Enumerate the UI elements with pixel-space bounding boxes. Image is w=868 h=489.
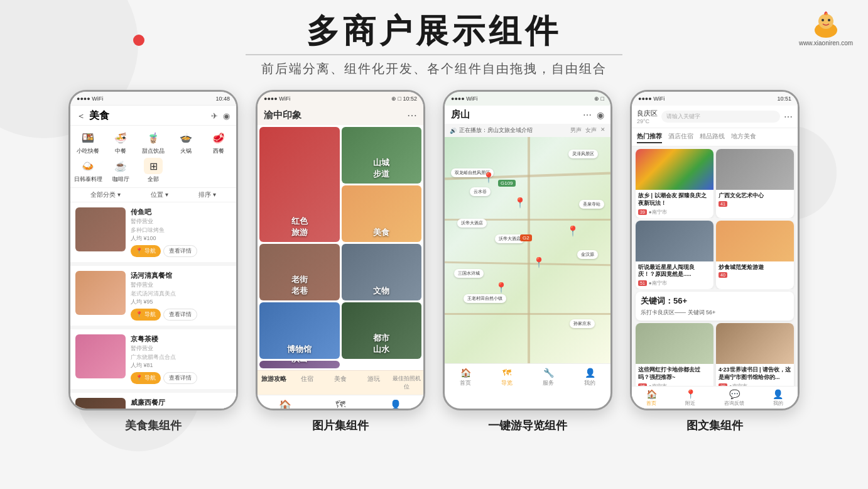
p4-nav-me[interactable]: 👤 我的 — [773, 389, 783, 407]
p1-cat-western[interactable]: 🥩 西餐 — [203, 129, 234, 155]
p1-rest-card-1[interactable]: 传鱼吧 暂停营业 多种口味烤鱼 人均 ¥100 📍 导航 查看详情 — [70, 202, 236, 262]
p4-card-2[interactable]: 广西文化艺术中心 41 — [716, 149, 794, 217]
p3-header: 房山 ⋯ ◉ — [445, 106, 610, 124]
p1-header-icons: ✈ ◉ — [211, 111, 230, 121]
p4-tab-hotel[interactable]: 酒店住宿 — [668, 132, 693, 143]
p2-nav-home[interactable]: 🏠 首页 — [279, 399, 291, 410]
p2-tab-photo[interactable]: 最佳拍照机位 — [390, 373, 423, 392]
p3-map[interactable]: 灵泽风景区 双龙峪自然风景区 云水谷 圣泉寺站 沃帝大酒店 沃帝大酒店 金汉源 … — [445, 137, 610, 363]
p4-tab-route[interactable]: 精品路线 — [700, 132, 725, 143]
p3-nav-tour[interactable]: 🗺 导览 — [501, 368, 513, 387]
p2-tab-food[interactable]: 美食 — [324, 373, 357, 392]
p4-card-3[interactable]: 听说最近星星人闯现良庆！？原因竟然是..... 51 ●南宁市 — [636, 221, 713, 289]
p3-nav-service[interactable]: 🔧 服务 — [543, 368, 554, 387]
p2-cell-mountain-road[interactable]: 山城 步道 — [342, 127, 422, 184]
p3-female-voice[interactable]: 女声 — [585, 126, 597, 135]
p2-cell-museum[interactable]: 博物馆 — [259, 302, 340, 359]
p3-male-voice[interactable]: 男声 — [570, 126, 582, 135]
p1-rest-name-2: 汤河清真餐馆 — [131, 271, 231, 280]
p1-filter-category-label: 全部分类 ▾ — [90, 190, 121, 199]
phone-label-graphic: 图文集组件 — [686, 418, 743, 433]
p1-rest-info-1: 传鱼吧 暂停营业 多种口味烤鱼 人均 ¥100 📍 导航 查看详情 — [131, 207, 231, 257]
p1-filter-location[interactable]: 位置 ▾ — [151, 190, 168, 199]
p3-battery: ⊕ □ — [594, 96, 604, 102]
p1-rest-card-2[interactable]: 汤河清真餐馆 暂停营业 老式汤河清真美点 人均 ¥95 📍 导航 查看详情 — [70, 266, 236, 326]
p4-tab-food[interactable]: 地方美食 — [731, 132, 756, 143]
p4-loc-3: ●南宁市 — [649, 280, 667, 287]
p2-tab-travel[interactable]: 旅游攻略 — [258, 373, 291, 392]
p2-cell-relic[interactable]: 文物 — [342, 244, 422, 300]
p4-badge-4: 40 — [719, 272, 727, 278]
p4-bottom-nav: 🏠 首页 📍 附近 💬 咨询反馈 👤 我的 — [632, 386, 798, 409]
p4-nav-nearby-icon: 📍 — [685, 389, 696, 399]
p1-rest-card-3[interactable]: 京粤茶楼 暂停营业 广东烧腊粤点合点 人均 ¥81 📍 导航 查看详情 — [70, 329, 236, 389]
p2-tab-play[interactable]: 游玩 — [357, 373, 390, 392]
p1-btn-detail-3[interactable]: 查看详情 — [163, 372, 197, 384]
p4-menu-icon[interactable]: ⋯ — [784, 112, 793, 122]
p3-nav-me[interactable]: 👤 我的 — [584, 368, 595, 387]
p2-brand-name: 渝中印象 — [264, 109, 301, 121]
p1-btn-nav-1[interactable]: 📍 导航 — [131, 245, 161, 257]
p1-cat-cafe[interactable]: ☕ 咖啡厅 — [106, 158, 136, 184]
p4-nav-home[interactable]: 🏠 首页 — [646, 389, 657, 407]
p1-filter-category[interactable]: 全部分类 ▾ — [90, 190, 121, 199]
p4-nav-nearby[interactable]: 📍 附近 — [685, 389, 696, 407]
p1-rest-price-2: 人均 ¥95 — [131, 298, 231, 306]
p1-rest-card-4[interactable]: 威廉西餐厅 暂停营业 意式西餐 人均 ¥129 📍 导航 查看详情 — [70, 393, 236, 410]
p1-cat-chinese[interactable]: 🍜 中餐 — [106, 129, 136, 155]
p2-cell-food[interactable]: 美食 — [342, 185, 422, 242]
p1-btn-nav-3[interactable]: 📍 导航 — [131, 372, 161, 384]
p3-road-5 — [445, 313, 610, 315]
p4-location-name: 良庆区 — [637, 109, 658, 118]
p2-label-mountain-road: 山城 步道 — [373, 157, 389, 180]
p1-filter-sort-label: 排序 ▾ — [198, 190, 216, 199]
p1-btn-detail-1[interactable]: 查看详情 — [163, 245, 197, 257]
phone-label-tour: 一键游导览组件 — [488, 418, 567, 433]
p4-card-5[interactable]: 这些网红打卡地你都去过吗？强烈推荐~ 26 ●南宁市 — [636, 323, 713, 392]
p4-cards-row3: 这些网红打卡地你都去过吗？强烈推荐~ 26 ●南宁市 4·23世界读书日 | 请… — [632, 323, 798, 392]
p4-card-meta-1: 39 ●南宁市 — [638, 209, 711, 216]
p1-back-icon[interactable]: ＜ — [77, 111, 85, 122]
svg-point-2 — [822, 19, 824, 21]
p4-search-box[interactable]: 请输入关键字 — [661, 111, 780, 123]
p4-card-text-1: 故乡 | 以潮会友 探臻良庆之夜新玩法！ 39 ●南宁市 — [636, 190, 713, 217]
p3-close-broadcast[interactable]: ✕ — [600, 126, 605, 135]
p4-time: 10:51 — [777, 96, 791, 102]
p3-bottom-nav: 🏠 首页 🗺 导览 🔧 服务 👤 我的 — [445, 363, 610, 390]
p1-btn-nav-2[interactable]: 📍 导航 — [131, 309, 161, 321]
p1-cat-snack[interactable]: 🍱 小吃快餐 — [73, 129, 103, 155]
p2-cell-red-tourism[interactable]: 红色 旅游 — [259, 127, 340, 242]
p4-card-1[interactable]: 故乡 | 以潮会友 探臻良庆之夜新玩法！ 39 ●南宁市 — [636, 149, 713, 217]
p3-target-icon[interactable]: ◉ — [597, 110, 604, 120]
p1-btn-detail-2[interactable]: 查看详情 — [163, 309, 197, 321]
p1-cat-snack-label: 小吃快餐 — [77, 147, 99, 155]
p1-btn-row-3: 📍 导航 查看详情 — [131, 372, 231, 384]
p2-menu-icon[interactable]: ⋯ — [407, 109, 417, 121]
p2-cell-city-landscape[interactable]: 都市 山水 — [342, 302, 422, 359]
p2-nav-me[interactable]: 👤 我的 — [389, 399, 402, 410]
p3-location-title: 房山 — [451, 109, 470, 121]
p4-nav-feedback[interactable]: 💬 咨询反馈 — [724, 389, 744, 407]
p2-cell-art[interactable]: 文艺 演出 — [259, 361, 340, 368]
p2-nav-me-icon: 👤 — [389, 399, 402, 410]
p4-tab-recommend[interactable]: 热门推荐 — [637, 132, 662, 143]
p1-cat-korean-label: 日韩泰料理 — [74, 175, 102, 184]
p1-location-icon: ✈ — [211, 111, 218, 121]
p1-cat-hotpot[interactable]: 🍲 火锅 — [171, 129, 201, 155]
p4-keyword-box[interactable]: 关键词：56+ 乐打卡良庆区—— 关键词 56+ — [636, 292, 794, 321]
p2-nav-tour[interactable]: 🗺 导览 — [335, 399, 346, 410]
p2-tab-hotel[interactable]: 住宿 — [291, 373, 324, 392]
p1-cat-all[interactable]: ⊞ 全部 — [138, 158, 168, 184]
p4-card-4[interactable]: 炒食城范笼烩游遊 40 — [716, 221, 794, 289]
p1-cat-korean[interactable]: 🍛 日韩泰料理 — [73, 158, 103, 184]
p3-pin-1: 📍 — [482, 172, 495, 184]
p3-nav-home[interactable]: 🏠 首页 — [460, 368, 471, 387]
p4-statusbar: ●●●● WiFi 10:51 — [632, 92, 798, 106]
p4-card-6[interactable]: 4·23世界读书日 | 请告收，这是南宁市图书馆给你的... 29 ●南宁市 — [716, 323, 794, 392]
p2-cell-old-street[interactable]: 老街 老巷 — [259, 244, 340, 300]
p4-card-img-4 — [716, 221, 794, 261]
p1-cat-dessert[interactable]: 🧋 甜点饮品 — [138, 129, 168, 155]
p4-card-title-3: 听说最近星星人闯现良庆！？原因竟然是..... — [638, 264, 711, 278]
p1-filter-sort[interactable]: 排序 ▾ — [198, 190, 216, 199]
p3-more-icon[interactable]: ⋯ — [583, 110, 592, 120]
